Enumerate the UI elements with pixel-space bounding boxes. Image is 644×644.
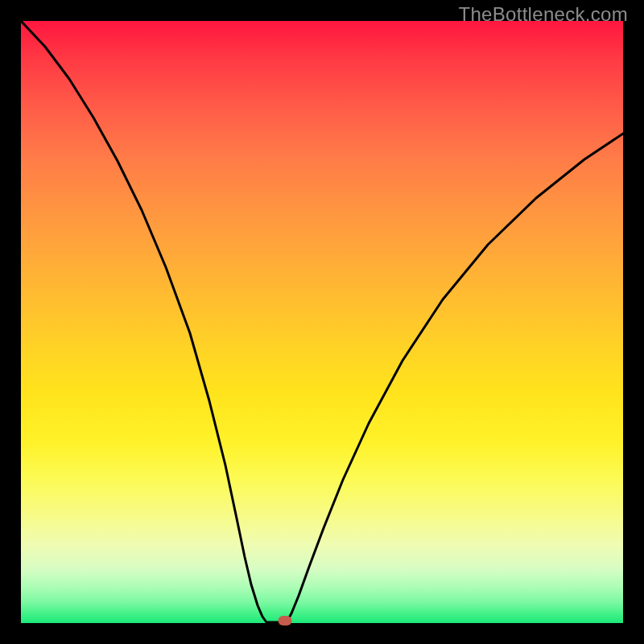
optimum-marker (279, 616, 292, 625)
watermark-text: TheBottleneck.com (458, 3, 628, 26)
curve-svg (21, 21, 623, 623)
bottleneck-curve (21, 21, 623, 622)
chart-frame: TheBottleneck.com (0, 0, 644, 644)
plot-area (21, 21, 623, 623)
